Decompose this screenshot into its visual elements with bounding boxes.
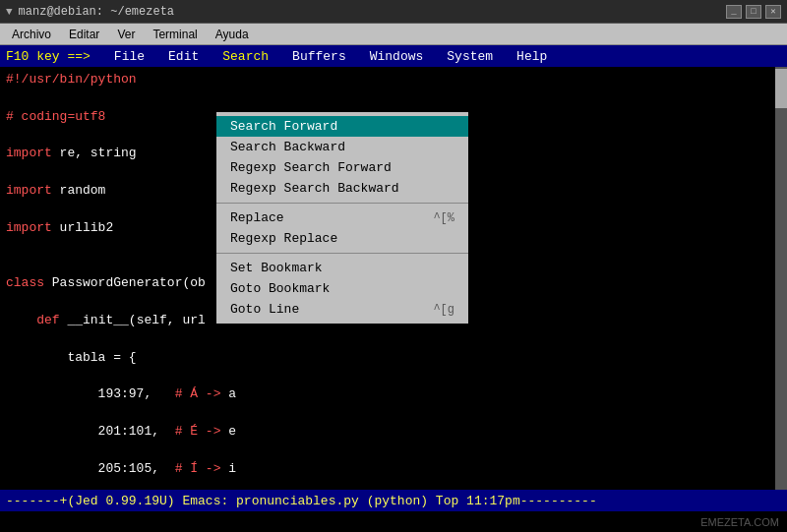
scrollbar-thumb[interactable] — [775, 69, 787, 108]
editor-menu-bar: F10 key ==> FileEditSearchBuffersWindows… — [0, 45, 787, 67]
menu-item-ayuda[interactable]: Ayuda — [208, 26, 257, 43]
search-menu-section-2: Set BookmarkGoto BookmarkGoto Line^[g — [216, 254, 468, 324]
editor-menu-item-file[interactable]: File — [110, 48, 149, 65]
search-menu-item-label: Goto Line — [230, 302, 299, 317]
minimize-button[interactable]: _ — [726, 5, 742, 19]
search-menu-section-0: Search ForwardSearch BackwardRegexp Sear… — [216, 112, 468, 204]
search-menu-item-label: Goto Bookmark — [230, 281, 330, 296]
editor-area: #!/usr/bin/python # coding=utf8 import r… — [0, 67, 787, 490]
close-button[interactable]: ✕ — [765, 5, 781, 19]
system-menu-bar: ArchivoEditarVerTerminalAyuda — [0, 24, 787, 45]
status-bar: -------+(Jed 0.99.19U) Emacs: pronunciab… — [0, 490, 787, 511]
search-menu-item-shortcut: ^[g — [433, 303, 454, 317]
editor-menu-item-search[interactable]: Search — [218, 48, 272, 65]
maximize-button[interactable]: □ — [746, 5, 761, 19]
scrollbar[interactable] — [775, 67, 787, 490]
search-menu-item-0-0[interactable]: Search Forward — [216, 116, 468, 137]
menu-item-terminal[interactable]: Terminal — [145, 26, 205, 43]
f10-hint: F10 key ==> — [6, 49, 91, 64]
editor-menu-item-edit[interactable]: Edit — [164, 48, 203, 65]
editor-menu-item-system[interactable]: System — [443, 48, 497, 65]
search-menu-item-0-1[interactable]: Search Backward — [216, 137, 468, 157]
watermark: EMEZETA.COM — [700, 516, 779, 528]
search-menu-item-label: Search Forward — [230, 119, 337, 134]
search-menu-item-2-2[interactable]: Goto Line^[g — [216, 299, 468, 320]
search-menu-item-label: Set Bookmark — [230, 261, 323, 275]
search-dropdown-menu: Search ForwardSearch BackwardRegexp Sear… — [214, 110, 470, 325]
editor-menu-item-windows[interactable]: Windows — [366, 48, 428, 65]
menu-item-editar[interactable]: Editar — [61, 26, 107, 43]
search-menu-item-shortcut: ^[% — [433, 211, 454, 225]
title-bar-controls: _ □ ✕ — [726, 5, 781, 19]
search-menu-item-1-0[interactable]: Replace^[% — [216, 207, 468, 228]
menu-item-archivo[interactable]: Archivo — [4, 26, 59, 43]
search-menu-item-label: Replace — [230, 210, 284, 225]
menu-item-ver[interactable]: Ver — [109, 26, 143, 43]
search-menu-item-2-0[interactable]: Set Bookmark — [216, 258, 468, 278]
search-menu-item-2-1[interactable]: Goto Bookmark — [216, 278, 468, 299]
terminal-icon: ▼ — [6, 6, 13, 18]
search-menu-item-label: Regexp Replace — [230, 231, 337, 246]
search-menu-item-label: Regexp Search Backward — [230, 181, 399, 196]
search-menu-item-label: Search Backward — [230, 140, 345, 154]
title-bar-left: ▼ manz@debian: ~/emezeta — [6, 5, 174, 19]
title-bar-title: manz@debian: ~/emezeta — [19, 5, 174, 19]
search-menu-item-0-3[interactable]: Regexp Search Backward — [216, 178, 468, 199]
editor-menu-item-help[interactable]: Help — [513, 48, 551, 65]
search-menu-section-1: Replace^[%Regexp Replace — [216, 204, 468, 254]
search-menu-item-label: Regexp Search Forward — [230, 160, 392, 175]
editor-menu-item-buffers[interactable]: Buffers — [288, 48, 350, 65]
search-menu-item-0-2[interactable]: Regexp Search Forward — [216, 157, 468, 178]
title-bar: ▼ manz@debian: ~/emezeta _ □ ✕ — [0, 0, 787, 24]
status-text: -------+(Jed 0.99.19U) Emacs: pronunciab… — [6, 494, 597, 508]
search-menu-item-1-1[interactable]: Regexp Replace — [216, 228, 468, 249]
